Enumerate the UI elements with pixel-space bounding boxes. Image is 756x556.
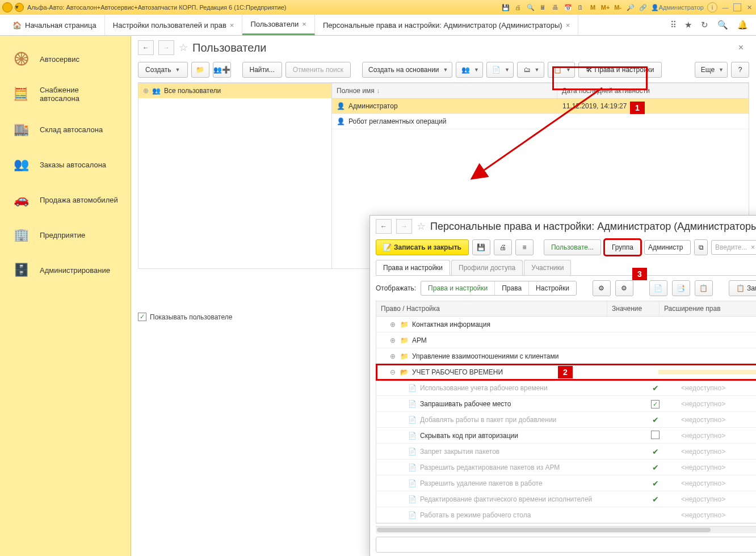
- tab-personal-rights[interactable]: Персональные права и настройки: Админист…: [315, 15, 578, 35]
- list-button[interactable]: ≡: [515, 239, 534, 255]
- sidebar-item-admin[interactable]: 🗄️Администрирование: [0, 252, 131, 288]
- close-icon[interactable]: ×: [302, 20, 306, 28]
- sidebar-item-warehouse[interactable]: 🏬Склад автосалона: [0, 112, 131, 147]
- user-button[interactable]: Пользовате...: [544, 239, 601, 255]
- calendar-icon[interactable]: 📅: [564, 3, 573, 12]
- col-value[interactable]: Значение: [607, 301, 660, 316]
- right-item-row[interactable]: 📄Запрет закрытия пакетов✔<недоступно>: [376, 444, 756, 460]
- filter-btn1[interactable]: ⚙: [593, 280, 611, 296]
- right-item-row[interactable]: 📄Использование учета рабочего времени✔<н…: [376, 380, 756, 396]
- col-right-setting[interactable]: Право / Настройка: [376, 301, 607, 316]
- users-action1-button[interactable]: 👥▼: [456, 62, 483, 78]
- app-dropdown-icon[interactable]: ▾: [15, 3, 24, 12]
- itab-profiles[interactable]: Профили доступа: [451, 260, 523, 275]
- save-icon[interactable]: 💾: [501, 3, 510, 12]
- col-extension[interactable]: Расширение прав: [660, 301, 756, 316]
- checkbox-icon[interactable]: ✓: [138, 313, 146, 321]
- m-icon[interactable]: M: [589, 3, 598, 12]
- printer2-icon[interactable]: 🖶: [551, 3, 560, 12]
- info-icon[interactable]: i: [707, 2, 717, 12]
- calendar2-icon[interactable]: 🗓: [576, 3, 585, 12]
- enter-input[interactable]: Введите...×: [711, 240, 756, 255]
- right-item-row[interactable]: 📄Запрашивать рабочее место✓<недоступно>: [376, 396, 756, 412]
- minimize-icon[interactable]: —: [721, 3, 730, 12]
- search-icon[interactable]: 🔍: [717, 20, 728, 30]
- filter-btn4[interactable]: 📑: [672, 280, 690, 296]
- user-row[interactable]: 👤Администратор 11.12.2019, 14:19:27: [332, 99, 749, 114]
- apps-icon[interactable]: ⠿: [670, 20, 675, 30]
- more-button[interactable]: Еще▼: [695, 62, 728, 78]
- users-action4-button[interactable]: 📋▼: [548, 62, 575, 78]
- users-action2-button[interactable]: 📄▼: [486, 62, 514, 78]
- create-folder-button[interactable]: 📁: [191, 62, 209, 78]
- mplus-icon[interactable]: M+: [601, 3, 610, 12]
- nav-forward-button[interactable]: →: [158, 40, 174, 55]
- sidebar-item-orders[interactable]: 👥Заказы автосалона: [0, 147, 131, 182]
- right-item-row[interactable]: 📄Работать в режиме рабочего стола<недост…: [376, 507, 756, 523]
- folder-row-highlighted[interactable]: ⊖📂УЧЕТ РАБОЧЕГО ВРЕМЕНИ: [376, 364, 756, 380]
- sub-star-icon[interactable]: ☆: [417, 220, 426, 233]
- admin-input[interactable]: Администр: [644, 240, 691, 255]
- itab-rights[interactable]: Права и настройки: [376, 260, 450, 275]
- sub-nav-fwd[interactable]: →: [396, 219, 412, 234]
- print-icon[interactable]: 🖨: [514, 3, 523, 12]
- find-button[interactable]: Найти...: [242, 62, 282, 78]
- users-action3-button[interactable]: 🗂▼: [517, 62, 544, 78]
- filter-btn5[interactable]: 📋: [695, 280, 713, 296]
- print-button[interactable]: 🖨: [494, 239, 512, 255]
- zoom-icon[interactable]: 🔎: [626, 3, 635, 12]
- right-item-row[interactable]: 📄Разрешить редактирование пакетов из АРМ…: [376, 460, 756, 475]
- folder-row[interactable]: ⊕📁АРМ: [376, 332, 756, 348]
- user-row[interactable]: 👤Робот регламентных операций: [332, 114, 749, 129]
- tab-home[interactable]: 🏠 Начальная страница: [5, 15, 105, 35]
- save-button[interactable]: 💾: [472, 239, 490, 255]
- save-close-button[interactable]: 📝 Записать и закрыть: [376, 239, 469, 255]
- seg-rights[interactable]: Права: [495, 281, 529, 295]
- close-icon[interactable]: ×: [230, 21, 234, 30]
- close-icon[interactable]: ×: [566, 21, 570, 30]
- mminus-icon[interactable]: M-: [614, 3, 623, 12]
- filter-btn3[interactable]: 📄: [649, 280, 667, 296]
- notifications-icon[interactable]: 🔔: [737, 20, 748, 30]
- footer-search-input[interactable]: [376, 537, 756, 553]
- sidebar-item-supply[interactable]: 🧮Снабжение автосалона: [0, 77, 131, 112]
- folder-row[interactable]: ⊕📁Управление взаимоотношениями с клиента…: [376, 348, 756, 364]
- col-lastactivity[interactable]: Дата последней активности: [557, 83, 749, 98]
- user-label[interactable]: 👤 Администратор: [651, 3, 704, 12]
- panel-close-icon[interactable]: ×: [738, 43, 749, 53]
- horizontal-scrollbar[interactable]: [376, 526, 756, 533]
- history-icon[interactable]: ↻: [701, 20, 708, 30]
- maximize-icon[interactable]: [733, 3, 741, 11]
- fill-default-button[interactable]: 📋 Заполнить по умолчанию: [729, 280, 756, 296]
- favorite-star-icon[interactable]: ☆: [179, 41, 188, 54]
- nav-back-button[interactable]: ←: [138, 40, 154, 55]
- folder-row[interactable]: ⊕📁Контактная информация: [376, 317, 756, 332]
- tree-root-row[interactable]: ⊕👥Все пользователи: [138, 83, 331, 98]
- cancel-find-button[interactable]: Отменить поиск: [285, 62, 351, 78]
- group-button[interactable]: Группа: [604, 239, 641, 255]
- right-item-row[interactable]: 📄Скрывать код при авторизации<недоступно…: [376, 428, 756, 444]
- sidebar-item-enterprise[interactable]: 🏢Предприятие: [0, 217, 131, 252]
- tab-settings-users-rights[interactable]: Настройки пользователей и прав×: [105, 15, 243, 35]
- create-based-button[interactable]: Создать на основании▼: [362, 62, 452, 78]
- close-window-icon[interactable]: ✕: [745, 3, 754, 12]
- copy-users-button[interactable]: 👥➕: [213, 62, 231, 78]
- open-ref-button[interactable]: ⧉: [694, 239, 708, 255]
- itab-members[interactable]: Участники: [524, 260, 571, 275]
- create-button[interactable]: Создать▼: [138, 62, 188, 78]
- help-button[interactable]: ?: [731, 62, 749, 78]
- right-item-row[interactable]: 📄Добавлять работы в пакет при добавлении…: [376, 412, 756, 428]
- link-icon[interactable]: 🔗: [639, 3, 648, 12]
- sidebar-item-sales[interactable]: 🚗Продажа автомобилей: [0, 182, 131, 217]
- show-users-checkbox-row[interactable]: ✓ Показывать пользователе: [138, 313, 232, 321]
- filter-btn2[interactable]: ⚙: [615, 280, 633, 296]
- preview-icon[interactable]: 🔍: [526, 3, 535, 12]
- compare-icon[interactable]: 🖩: [539, 3, 548, 12]
- seg-settings[interactable]: Настройки: [529, 281, 576, 295]
- sidebar-item-autoservice[interactable]: 🛞Автосервис: [0, 41, 131, 77]
- tab-users[interactable]: Пользователи×: [242, 15, 314, 35]
- col-fullname[interactable]: Полное имя: [332, 83, 557, 98]
- sub-nav-back[interactable]: ←: [376, 219, 392, 234]
- seg-rights-settings[interactable]: Права и настройки: [421, 281, 495, 295]
- right-item-row[interactable]: 📄Разрешить удаление пакетов в работе✔<не…: [376, 475, 756, 491]
